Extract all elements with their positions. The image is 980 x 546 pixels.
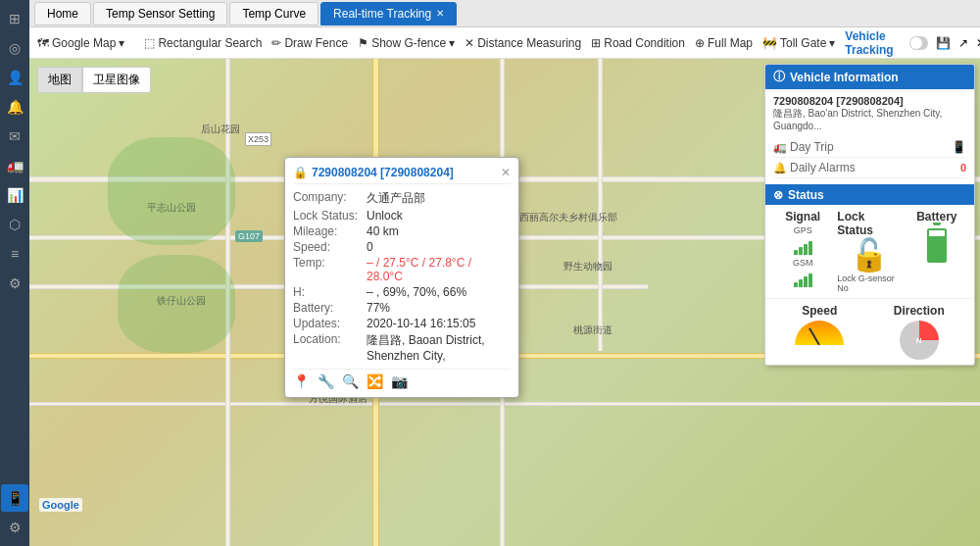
popup-speed-label: Speed: xyxy=(293,240,362,254)
popup-action-history[interactable]: 🔧 xyxy=(318,373,334,389)
tab-home-label: Home xyxy=(47,7,78,21)
toll-gate-button[interactable]: 🚧 Toll Gate ▾ xyxy=(762,36,835,50)
direction-gauge-label: Direction xyxy=(894,304,945,318)
gauge-row: Speed Direction N xyxy=(765,298,974,365)
panel-alarms-row: 🔔 Daily Alarms 0 xyxy=(773,158,966,178)
popup-action-camera[interactable]: 📷 xyxy=(391,373,408,389)
speed-needle xyxy=(808,327,820,345)
park-area-1 xyxy=(108,137,235,245)
map-popup: 🔒 7290808204 [7290808204] ✕ Company: 久通产… xyxy=(284,157,519,398)
popup-action-search[interactable]: 🔍 xyxy=(342,373,359,389)
popup-temp-label: Temp: xyxy=(293,256,362,283)
sidebar-icon-location[interactable]: ◎ xyxy=(1,34,28,62)
gps-signal-bars xyxy=(794,235,812,255)
show-gfence-button[interactable]: ⚑ Show G-fence ▾ xyxy=(358,36,455,50)
map-label-x253: X253 xyxy=(245,132,271,146)
map-label-tiezai: 铁仔山公园 xyxy=(157,294,206,308)
popup-updates-value: 2020-10-14 16:15:05 xyxy=(367,317,475,330)
sidebar-icon-device[interactable]: 📱 xyxy=(1,484,28,512)
tab-temp-sensor[interactable]: Temp Sensor Setting xyxy=(93,2,227,25)
map-label-taoyuan: 桃源街道 xyxy=(573,323,612,337)
tollgate-icon: 🚧 xyxy=(762,36,777,50)
tab-realtime-tracking[interactable]: Real-time Tracking ✕ xyxy=(320,2,457,25)
panel-alarm-value: 0 xyxy=(960,162,966,174)
popup-company-value: 久通产品部 xyxy=(367,190,425,207)
map-type-satellite[interactable]: 卫星图像 xyxy=(82,67,151,93)
distance-measuring-button[interactable]: ✕ Distance Measuring xyxy=(465,36,581,50)
popup-battery-row: Battery: 77% xyxy=(293,301,511,315)
popup-speed-row: Speed: 0 xyxy=(293,240,511,254)
sidebar-icon-bottom-settings[interactable]: ⚙ xyxy=(1,514,28,541)
info-icon: ⓘ xyxy=(773,69,785,85)
road-icon: ⊞ xyxy=(591,36,601,50)
full-map-label: Full Map xyxy=(708,36,753,50)
draw-fence-label: Draw Fence xyxy=(284,36,348,50)
map-area: 后山花园 平志山公园 铁仔山公园 西丽高尔夫乡村俱乐部 野生动物园 方悦国际酒店… xyxy=(29,59,980,546)
popup-header: 🔒 7290808204 [7290808204] ✕ xyxy=(293,166,511,184)
sidebar-icon-home[interactable]: ⊞ xyxy=(1,5,28,32)
speedometer xyxy=(795,321,844,345)
download-icon[interactable]: 💾 xyxy=(936,36,951,50)
popup-close-button[interactable]: ✕ xyxy=(501,166,511,179)
sidebar-icon-settings[interactable]: ⚙ xyxy=(1,270,28,297)
sidebar-icon-fence[interactable]: ⬡ xyxy=(1,211,28,238)
rectangular-search-button[interactable]: ⬚ Rectangular Search xyxy=(144,36,262,50)
full-map-button[interactable]: ⊕ Full Map xyxy=(695,36,753,50)
map-icon: 🗺 xyxy=(37,36,49,50)
toggle-switch[interactable] xyxy=(909,36,928,50)
sidebar-icon-alert[interactable]: 🔔 xyxy=(1,93,28,121)
popup-mileage-row: Mileage: 40 km xyxy=(293,224,511,238)
map-label-zoo: 野生动物园 xyxy=(564,260,612,273)
tab-close-icon[interactable]: ✕ xyxy=(436,8,444,19)
tab-home[interactable]: Home xyxy=(34,2,91,25)
status-icon: ⊗ xyxy=(773,188,783,202)
vehicle-tracking-toggle[interactable]: Vehicle Tracking xyxy=(845,29,927,57)
google-map-button[interactable]: 🗺 Google Map ▾ xyxy=(37,36,124,50)
status-label: Status xyxy=(788,188,824,202)
bar-4 xyxy=(808,241,812,255)
close-toolbar-icon[interactable]: ✕ xyxy=(976,36,980,50)
sidebar-icon-layers[interactable]: ≡ xyxy=(1,240,28,268)
popup-company-label: Company: xyxy=(293,190,362,207)
gfence-icon: ⚑ xyxy=(358,36,368,50)
direction-gauge-cell: Direction N xyxy=(894,304,945,360)
tab-temp-sensor-label: Temp Sensor Setting xyxy=(106,7,215,21)
toll-gate-label: Toll Gate xyxy=(780,36,826,50)
popup-mileage-label: Mileage: xyxy=(293,224,362,238)
road-condition-label: Road Condition xyxy=(604,36,685,50)
tab-temp-curve[interactable]: Temp Curve xyxy=(229,2,318,25)
lock-icon-display: 🔓 xyxy=(850,239,889,271)
google-logo: Google xyxy=(39,498,82,512)
sidebar-icon-truck[interactable]: 🚛 xyxy=(1,152,28,179)
sidebar-icon-chart[interactable]: 📊 xyxy=(1,181,28,209)
popup-h-label: H: xyxy=(293,285,362,299)
sidebar: ⊞ ◎ 👤 🔔 ✉ 🚛 📊 ⬡ ≡ ⚙ 📱 ⚙ xyxy=(0,0,29,546)
export-icon[interactable]: ↗ xyxy=(958,36,968,50)
popup-action-route[interactable]: 🔀 xyxy=(367,373,383,389)
gsm-bar-4 xyxy=(808,273,812,287)
sidebar-icon-person[interactable]: 👤 xyxy=(1,64,28,91)
map-type-map[interactable]: 地图 xyxy=(37,67,82,93)
popup-speed-value: 0 xyxy=(367,240,373,254)
popup-lockstatus-value: Unlock xyxy=(367,209,403,223)
panel-header: ⓘ Vehicle Information xyxy=(765,65,974,89)
battery-top xyxy=(933,223,941,225)
lock-g-sensor-label: Lock G-sensor No xyxy=(837,273,902,293)
map-content[interactable]: 后山花园 平志山公园 铁仔山公园 西丽高尔夫乡村俱乐部 野生动物园 方悦国际酒店… xyxy=(29,59,980,546)
road-v1 xyxy=(225,59,230,546)
toggle-knob xyxy=(910,37,922,49)
gps-label: GPS xyxy=(794,225,812,235)
popup-action-location[interactable]: 📍 xyxy=(293,373,310,389)
gsm-bar-3 xyxy=(804,276,808,287)
road-condition-button[interactable]: ⊞ Road Condition xyxy=(591,36,685,50)
draw-fence-button[interactable]: ✏ Draw Fence xyxy=(271,36,348,50)
popup-battery-label: Battery: xyxy=(293,301,362,315)
tab-bar: Home Temp Sensor Setting Temp Curve Real… xyxy=(29,0,980,27)
map-label-pingzhi: 平志山公园 xyxy=(147,201,196,215)
park-area-2 xyxy=(118,255,235,353)
road-h4 xyxy=(29,402,980,406)
popup-company-row: Company: 久通产品部 xyxy=(293,190,511,207)
battery-icon xyxy=(927,228,947,263)
panel-car-icon: 🚛 Day Trip xyxy=(773,140,834,154)
sidebar-icon-message[interactable]: ✉ xyxy=(1,123,28,150)
